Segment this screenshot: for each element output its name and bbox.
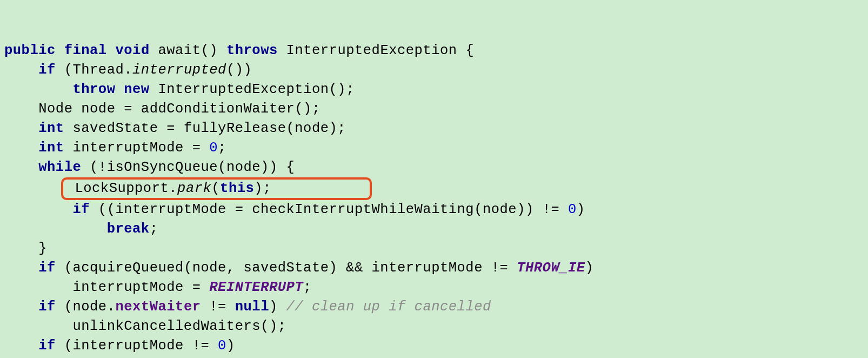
keyword-new: new	[124, 82, 149, 97]
parens: ()	[201, 43, 218, 58]
field-access: nextWaiter	[115, 299, 201, 315]
code-line: if (node.nextWaiter != null) // clean up…	[4, 299, 491, 315]
highlighted-code: LockSupport.park(this);	[61, 177, 372, 200]
code-block: public final void await() throws Interru…	[4, 41, 864, 358]
code-line: throw new InterruptedException();	[4, 82, 355, 97]
code-text: InterruptedException();	[158, 82, 354, 97]
keyword-while: while	[38, 160, 81, 175]
code-line: int interruptMode = 0;	[4, 140, 226, 156]
code-text: interruptMode =	[72, 140, 209, 156]
keyword-throw: throw	[72, 82, 115, 97]
code-text: (acquireQueued(node, savedState) && inte…	[64, 260, 517, 276]
constant: THROW_IE	[517, 260, 585, 276]
static-method: interrupted	[132, 62, 226, 78]
code-line: public final void await() throws Interru…	[4, 43, 474, 58]
code-text: savedState = fullyRelease(node);	[72, 121, 346, 136]
code-text: LockSupport.	[75, 181, 177, 196]
code-line: }	[4, 241, 47, 256]
keyword-int: int	[38, 121, 64, 136]
static-method: park	[177, 181, 211, 196]
code-text: ;	[303, 280, 312, 295]
code-line: while (!isOnSyncQueue(node)) {	[4, 160, 295, 175]
code-text: )	[577, 202, 585, 217]
code-text: ;	[218, 140, 226, 156]
code-text: )	[226, 338, 235, 354]
code-line: int savedState = fullyRelease(node);	[4, 121, 346, 136]
code-text: (!isOnSyncQueue(node)) {	[90, 160, 295, 175]
code-line: break;	[4, 221, 158, 237]
keyword-if: if	[38, 338, 56, 354]
keyword-this: this	[220, 181, 254, 196]
method-name: await	[158, 43, 201, 58]
comment: // clean up if cancelled	[286, 299, 491, 315]
brace: {	[465, 43, 474, 58]
keyword-final: final	[64, 43, 107, 58]
keyword-throws: throws	[226, 43, 278, 58]
code-text: Node node = addConditionWaiter();	[38, 101, 320, 117]
code-line: if ((interruptMode = checkInterruptWhile…	[4, 202, 585, 217]
code-text: )	[585, 260, 594, 276]
exception-type: InterruptedException	[286, 43, 457, 58]
keyword-null: null	[235, 299, 269, 315]
keyword-break: break	[107, 221, 150, 237]
code-line: LockSupport.park(this);	[4, 181, 372, 196]
code-line: interruptMode = REINTERRUPT;	[4, 280, 312, 295]
keyword-void: void	[115, 43, 149, 58]
keyword-if: if	[72, 202, 90, 217]
code-line: Node node = addConditionWaiter();	[4, 101, 321, 117]
keyword-int: int	[38, 140, 64, 156]
number-literal: 0	[568, 202, 577, 217]
keyword-if: if	[38, 299, 56, 315]
code-line: if (acquireQueued(node, savedState) && i…	[4, 260, 593, 276]
code-text: !=	[201, 299, 235, 315]
keyword-if: if	[38, 260, 56, 276]
code-text: (node.	[64, 299, 116, 315]
code-text: (Thread.	[64, 62, 132, 78]
keyword-if: if	[38, 62, 56, 78]
code-text: unlinkCancelledWaiters();	[72, 319, 286, 334]
code-text: (	[211, 181, 220, 196]
code-text: (interruptMode !=	[64, 338, 218, 354]
number-literal: 0	[209, 140, 218, 156]
code-text: );	[254, 181, 271, 196]
code-text: ;	[150, 221, 158, 237]
code-text: ((interruptMode = checkInterruptWhileWai…	[98, 202, 568, 217]
code-line: if (interruptMode != 0)	[4, 338, 235, 354]
code-text: ())	[226, 62, 252, 78]
number-literal: 0	[218, 338, 226, 354]
code-line: if (Thread.interrupted())	[4, 62, 252, 78]
constant: REINTERRUPT	[209, 280, 303, 295]
code-text: interruptMode =	[72, 280, 209, 295]
brace: }	[38, 241, 47, 256]
keyword-public: public	[4, 43, 56, 58]
code-line: unlinkCancelledWaiters();	[4, 319, 286, 334]
code-text: )	[269, 299, 286, 315]
